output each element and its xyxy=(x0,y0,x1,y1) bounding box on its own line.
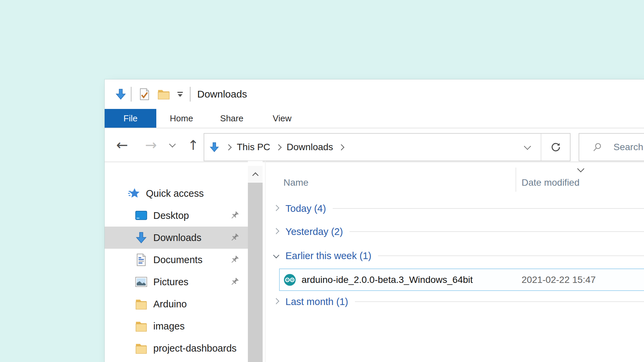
document-icon xyxy=(134,253,148,267)
toolbar-separator xyxy=(131,87,131,102)
search-placeholder: Search xyxy=(613,142,643,153)
window-title: Downloads xyxy=(197,88,247,100)
refresh-button[interactable] xyxy=(541,134,570,161)
chevron-down-icon[interactable] xyxy=(274,253,278,259)
group-rule xyxy=(333,208,644,209)
up-button[interactable]: ↑ xyxy=(184,128,203,162)
quick-access-star-icon xyxy=(127,186,141,200)
chevron-right-icon[interactable] xyxy=(274,205,278,212)
refresh-icon xyxy=(550,141,562,153)
navigation-pane: Quick access Desktop xyxy=(105,161,248,362)
group-header-yesterday[interactable]: Yesterday (2) xyxy=(266,222,644,242)
address-dropdown-icon[interactable] xyxy=(524,142,531,149)
scroll-up-button[interactable] xyxy=(248,166,263,183)
back-button[interactable]: ← xyxy=(113,128,131,162)
sidebar-item-desktop[interactable]: Desktop xyxy=(105,204,248,227)
scrollbar-thumb[interactable] xyxy=(248,183,263,362)
tab-view[interactable]: View xyxy=(257,109,307,128)
sidebar-item-label: Downloads xyxy=(153,232,201,243)
recent-locations-dropdown-icon[interactable] xyxy=(167,128,178,162)
pin-icon xyxy=(229,277,240,287)
folder-icon xyxy=(134,341,148,355)
breadcrumb-this-pc[interactable]: This PC xyxy=(237,142,270,153)
toolbar-separator xyxy=(190,87,191,102)
tab-share[interactable]: Share xyxy=(207,109,257,128)
search-icon xyxy=(592,142,603,153)
sidebar-item-project-dashboards[interactable]: project-dashboards xyxy=(105,337,248,359)
sidebar-item-label: Pictures xyxy=(153,277,189,288)
folder-icon xyxy=(134,319,148,333)
address-bar[interactable]: This PC Downloads xyxy=(204,133,571,161)
breadcrumb-downloads[interactable]: Downloads xyxy=(287,142,333,153)
file-row-arduino-ide[interactable]: arduino-ide_2.0.0-beta.3_Windows_64bit 2… xyxy=(279,268,644,291)
column-divider[interactable] xyxy=(516,168,516,192)
quick-access-toolbar: Downloads xyxy=(105,79,644,109)
search-input[interactable]: Search xyxy=(579,133,644,161)
column-header-name[interactable]: Name xyxy=(283,174,309,191)
customize-toolbar-dropdown-icon[interactable] xyxy=(176,92,184,97)
sidebar-item-pictures[interactable]: Pictures xyxy=(105,271,248,293)
sidebar-item-arduino[interactable]: Arduino xyxy=(105,293,248,315)
group-header-today[interactable]: Today (4) xyxy=(266,198,644,219)
breadcrumb-chevron-icon[interactable] xyxy=(225,144,231,150)
file-date-modified: 2021-02-22 15:47 xyxy=(522,275,596,285)
pin-icon xyxy=(229,210,240,221)
new-folder-icon[interactable] xyxy=(157,87,170,101)
sidebar-item-downloads[interactable]: Downloads xyxy=(105,227,248,249)
sort-direction-icon[interactable] xyxy=(577,165,584,172)
file-explorer-window: Downloads File Home Share View ← → ↑ Thi… xyxy=(105,79,644,362)
sidebar-item-images[interactable]: images xyxy=(105,315,248,337)
desktop-background: Downloads File Home Share View ← → ↑ Thi… xyxy=(0,0,644,362)
group-rule xyxy=(355,301,644,302)
sidebar-item-label: Arduino xyxy=(153,299,187,310)
sidebar-item-label: Desktop xyxy=(153,210,189,221)
downloads-window-icon xyxy=(114,87,127,101)
group-rule xyxy=(350,231,644,232)
sidebar-item-documents[interactable]: Documents xyxy=(105,249,248,271)
pin-icon xyxy=(229,232,240,243)
download-arrow-icon xyxy=(134,231,148,245)
file-list-pane: Name Date modified Today (4) Yesterday (… xyxy=(266,161,644,362)
ribbon-tabs: File Home Share View xyxy=(105,109,644,128)
tab-home[interactable]: Home xyxy=(156,109,207,128)
group-header-earlier-this-week[interactable]: Earlier this week (1) xyxy=(266,246,644,266)
sidebar-item-label: Documents xyxy=(153,254,203,265)
column-header-date-modified[interactable]: Date modified xyxy=(522,174,580,191)
tab-file[interactable]: File xyxy=(105,109,156,128)
chevron-right-icon[interactable] xyxy=(274,299,278,305)
pin-icon xyxy=(229,254,240,265)
pane-divider xyxy=(263,161,266,362)
group-rule xyxy=(378,255,644,256)
sidebar-item-label: Quick access xyxy=(146,188,204,199)
chevron-right-icon[interactable] xyxy=(274,229,278,235)
pictures-icon xyxy=(134,275,148,289)
folder-icon xyxy=(134,297,148,311)
file-name: arduino-ide_2.0.0-beta.3_Windows_64bit xyxy=(302,275,473,285)
breadcrumb-chevron-icon[interactable] xyxy=(275,144,281,150)
desktop-icon xyxy=(134,208,148,223)
navigation-bar: ← → ↑ This PC Downloads xyxy=(105,128,644,162)
sidebar-item-quick-access[interactable]: Quick access xyxy=(105,182,248,204)
sidebar-scrollbar[interactable] xyxy=(248,161,263,362)
arduino-logo-icon xyxy=(283,273,297,287)
properties-checkmark-icon[interactable] xyxy=(138,87,151,101)
sidebar-item-label: project-dashboards xyxy=(153,343,236,354)
downloads-folder-icon xyxy=(208,141,220,153)
group-header-last-month[interactable]: Last month (1) xyxy=(266,292,644,312)
breadcrumb-chevron-icon[interactable] xyxy=(338,144,344,150)
forward-button[interactable]: → xyxy=(142,128,160,162)
explorer-content: Quick access Desktop xyxy=(105,161,644,362)
sidebar-item-label: images xyxy=(153,321,185,332)
